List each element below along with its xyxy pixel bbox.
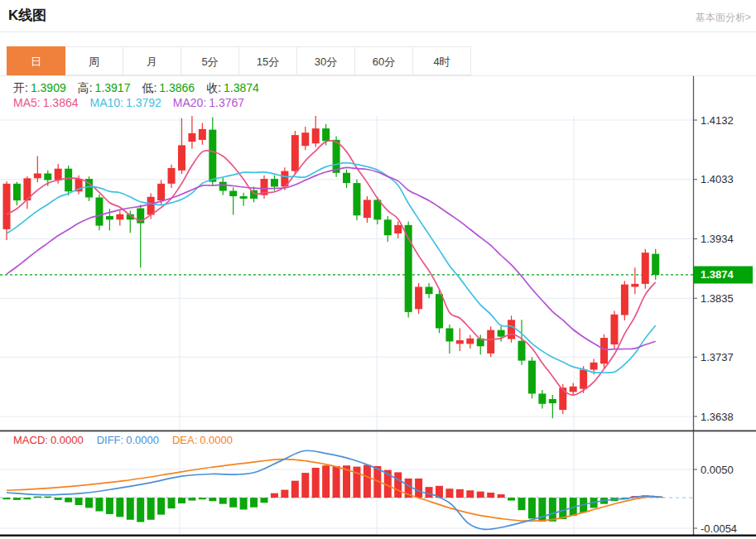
open-readout: 开:1.3909 bbox=[13, 81, 66, 96]
macd-legend: MACD:0.0000 DIFF:0.0000 DEA:0.0000 bbox=[13, 434, 233, 446]
macd-readout: MACD:0.0000 bbox=[13, 434, 84, 446]
svg-text:1.4033: 1.4033 bbox=[701, 173, 734, 185]
last-price-badge-value: 1.3874 bbox=[701, 268, 734, 281]
svg-text:-0.0054: -0.0054 bbox=[701, 522, 737, 535]
tab-day[interactable]: 日 bbox=[7, 46, 65, 75]
high-readout: 高:1.3917 bbox=[78, 81, 131, 96]
svg-text:1.3737: 1.3737 bbox=[701, 351, 734, 363]
svg-text:1.3835: 1.3835 bbox=[701, 292, 734, 305]
pane-separator bbox=[0, 431, 756, 432]
low-readout: 低:1.3866 bbox=[142, 81, 195, 96]
diff-readout: DIFF:0.0000 bbox=[97, 434, 159, 446]
svg-text:1.4132: 1.4132 bbox=[701, 114, 734, 127]
tab-month[interactable]: 月 bbox=[123, 46, 181, 75]
svg-text:1.3638: 1.3638 bbox=[701, 411, 734, 423]
ma20-readout: MA20:1.3767 bbox=[173, 96, 244, 109]
period-tabs: 日 周 月 5分 15分 30分 60分 4时 bbox=[7, 46, 471, 75]
tab-60min[interactable]: 60分 bbox=[354, 46, 413, 75]
svg-text:0.0050: 0.0050 bbox=[701, 464, 734, 476]
chart-bottom-border bbox=[0, 535, 756, 537]
svg-text:1.3934: 1.3934 bbox=[701, 233, 734, 245]
ma5-readout: MA5:1.3864 bbox=[13, 96, 79, 109]
tab-week[interactable]: 周 bbox=[65, 46, 123, 75]
close-readout: 收:1.3874 bbox=[206, 81, 259, 96]
tab-15min[interactable]: 15分 bbox=[238, 46, 297, 75]
ma10-readout: MA10:1.3792 bbox=[90, 96, 161, 109]
kline-page: K线图 基本面分析> 日 周 月 5分 15分 30分 60分 4时 开:1.3… bbox=[0, 0, 756, 539]
dea-readout: DEA:0.0000 bbox=[172, 434, 233, 446]
tab-5min[interactable]: 5分 bbox=[181, 46, 239, 75]
tab-30min[interactable]: 30分 bbox=[296, 46, 355, 75]
candles bbox=[3, 116, 660, 418]
tab-4hour[interactable]: 4时 bbox=[412, 46, 471, 75]
price-axis-labels: 1.41321.40331.39341.38351.37371.36380.00… bbox=[693, 114, 737, 535]
ohlc-legend: 开:1.3909 高:1.3917 低:1.3866 收:1.3874 bbox=[13, 81, 259, 96]
ma20-line bbox=[7, 167, 656, 349]
ma-legend: MA5:1.3864 MA10:1.3792 MA20:1.3767 bbox=[13, 96, 244, 109]
ma10-line bbox=[7, 163, 656, 373]
macd-histogram bbox=[3, 465, 660, 522]
